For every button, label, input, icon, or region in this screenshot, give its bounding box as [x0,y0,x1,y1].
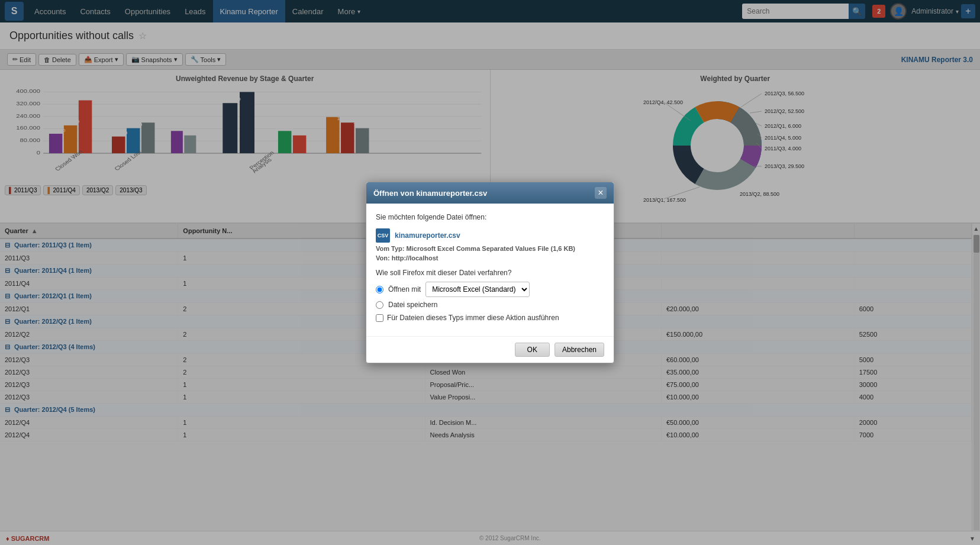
open-with-select[interactable]: Microsoft Excel (Standard)Other... [425,282,530,297]
ok-button[interactable]: OK [515,343,550,357]
always-action-checkbox[interactable] [376,314,383,322]
file-name-label: kinamureporter.csv [395,231,460,240]
modal-footer: OK Abbrechen [366,336,614,363]
file-source-meta: Von: http://localhost [376,254,604,262]
cancel-button[interactable]: Abbrechen [555,343,604,357]
always-action-label: Für Dateien dieses Typs immer diese Akti… [387,314,559,322]
modal-question: Wie soll Firefox mit dieser Datei verfah… [376,269,604,277]
open-with-radio[interactable] [376,286,383,294]
modal-overlay: Öffnen von kinamureporter.csv × Sie möch… [0,0,980,541]
modal-header: Öffnen von kinamureporter.csv × [366,182,614,204]
modal-description: Sie möchten folgende Datei öffnen: [376,213,604,221]
modal-close-button[interactable]: × [595,187,607,199]
open-with-radio-label: Öffnen mit [388,285,421,294]
file-row: CSV kinamureporter.csv [376,228,604,243]
always-action-row: Für Dateien dieses Typs immer diese Akti… [376,314,604,322]
save-file-radio-label: Datei speichern [388,301,437,309]
save-file-row: Datei speichern [376,301,604,309]
file-type-icon: CSV [376,228,390,243]
modal-title: Öffnen von kinamureporter.csv [373,189,487,198]
modal-body: Sie möchten folgende Datei öffnen: CSV k… [366,204,614,336]
file-open-dialog: Öffnen von kinamureporter.csv × Sie möch… [366,182,614,363]
file-type-meta: Vom Typ: Microsoft Excel Comma Separated… [376,245,604,252]
save-file-radio[interactable] [376,301,383,309]
open-with-row: Öffnen mit Microsoft Excel (Standard)Oth… [376,282,604,297]
